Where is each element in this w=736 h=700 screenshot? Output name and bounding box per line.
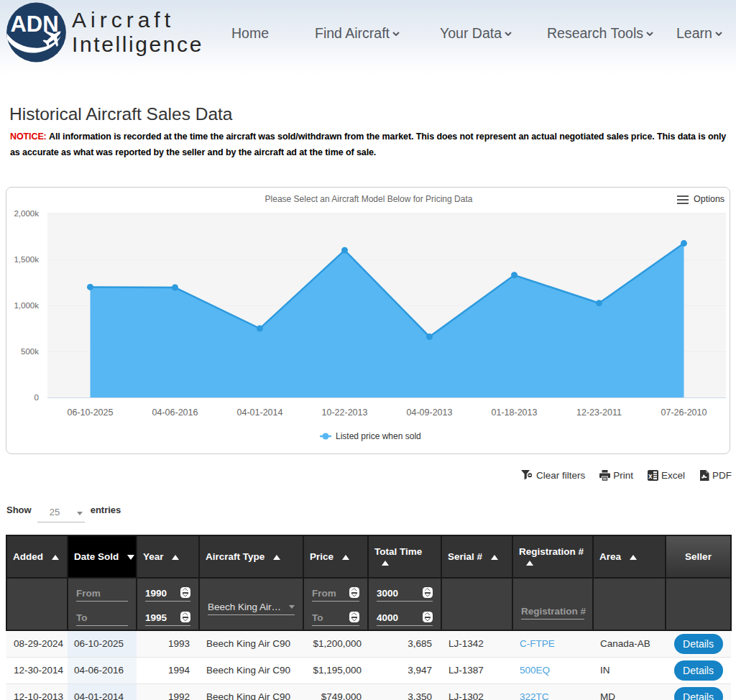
svg-text:1,500k: 1,500k bbox=[14, 255, 39, 264]
svg-text:1,000k: 1,000k bbox=[14, 301, 39, 310]
svg-text:10-22-2013: 10-22-2013 bbox=[322, 407, 368, 418]
svg-text:Please Select an Aircraft Mode: Please Select an Aircraft Model Below fo… bbox=[265, 194, 473, 204]
svg-text:0: 0 bbox=[34, 393, 39, 402]
svg-text:04-06-2016: 04-06-2016 bbox=[152, 407, 198, 418]
svg-text:06-10-2025: 06-10-2025 bbox=[68, 407, 114, 418]
svg-text:Listed price when sold: Listed price when sold bbox=[336, 431, 421, 441]
svg-text:2,000k: 2,000k bbox=[14, 209, 39, 218]
svg-text:Options: Options bbox=[694, 194, 724, 204]
svg-text:12-23-2011: 12-23-2011 bbox=[576, 407, 622, 418]
svg-text:x: x bbox=[648, 471, 653, 479]
svg-text:07-26-2010: 07-26-2010 bbox=[661, 407, 707, 418]
svg-text:500k: 500k bbox=[21, 347, 39, 356]
svg-text:04-01-2014: 04-01-2014 bbox=[237, 407, 283, 418]
svg-text:01-18-2013: 01-18-2013 bbox=[492, 407, 538, 418]
svg-text:04-09-2013: 04-09-2013 bbox=[407, 407, 453, 418]
